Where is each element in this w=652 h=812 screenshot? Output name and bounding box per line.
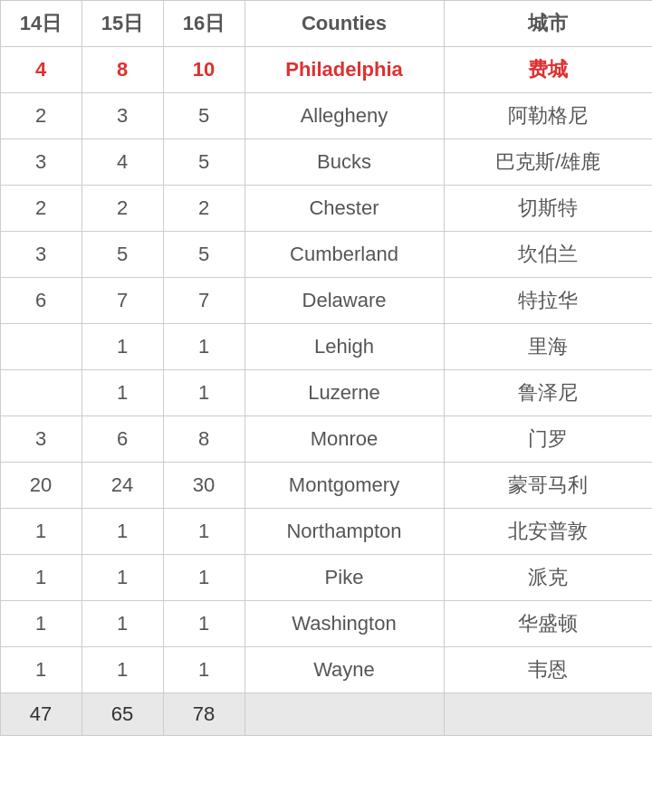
header-row: 14日 15日 16日 Counties 城市 [0, 1, 652, 47]
cell-day16: 1 [163, 509, 244, 555]
table-row: 11Luzerne鲁泽尼 [0, 370, 652, 416]
cell-county: Allegheny [244, 93, 444, 139]
table-row: 235Allegheny阿勒格尼 [0, 93, 652, 139]
cell-day15: 1 [82, 370, 163, 416]
cell-city: 华盛顿 [444, 601, 652, 647]
cell-city: 鲁泽尼 [444, 370, 652, 416]
cell-day16: 1 [163, 647, 244, 693]
cell-county: Monroe [244, 416, 444, 463]
cell-day15: 6 [82, 416, 163, 463]
cell-city: 北安普敦 [444, 509, 652, 555]
total-empty [444, 693, 652, 736]
cell-city: 巴克斯/雄鹿 [444, 139, 652, 186]
total-d15: 65 [82, 693, 163, 736]
cell-day15: 2 [82, 186, 163, 232]
cell-county: Cumberland [244, 232, 444, 278]
cell-day16: 1 [163, 370, 244, 416]
header-counties: Counties [244, 1, 444, 47]
data-table: 14日 15日 16日 Counties 城市 4810Philadelphia… [0, 0, 652, 736]
cell-day14: 6 [0, 278, 82, 324]
table-row: 4810Philadelphia费城 [0, 47, 652, 93]
cell-county: Washington [244, 601, 444, 647]
cell-day15: 1 [82, 324, 163, 370]
cell-day16: 1 [163, 324, 244, 370]
cell-county: Luzerne [244, 370, 444, 416]
cell-day16: 5 [163, 93, 244, 139]
cell-day15: 7 [82, 278, 163, 324]
cell-county: Wayne [244, 647, 444, 693]
cell-day16: 8 [163, 416, 244, 463]
table-row: 111Pike派克 [0, 555, 652, 601]
table-row: 222Chester切斯特 [0, 186, 652, 232]
cell-day15: 5 [82, 232, 163, 278]
total-d14: 47 [0, 693, 82, 736]
cell-city: 派克 [444, 555, 652, 601]
cell-county: Lehigh [244, 324, 444, 370]
table-row: 11Lehigh里海 [0, 324, 652, 370]
table-row: 345Bucks巴克斯/雄鹿 [0, 139, 652, 186]
cell-day16: 10 [163, 47, 244, 93]
cell-day16: 5 [163, 139, 244, 186]
total-empty [244, 693, 444, 736]
table-row: 111Wayne韦恩 [0, 647, 652, 693]
cell-city: 切斯特 [444, 186, 652, 232]
cell-day15: 1 [82, 509, 163, 555]
header-city: 城市 [444, 1, 652, 47]
cell-day16: 1 [163, 601, 244, 647]
cell-day14: 3 [0, 139, 82, 186]
cell-day15: 4 [82, 139, 163, 186]
cell-day15: 3 [82, 93, 163, 139]
cell-city: 特拉华 [444, 278, 652, 324]
cell-city: 坎伯兰 [444, 232, 652, 278]
cell-day16: 1 [163, 555, 244, 601]
cell-day15: 24 [82, 463, 163, 509]
cell-county: Pike [244, 555, 444, 601]
table-row: 202430Montgomery蒙哥马利 [0, 463, 652, 509]
total-d16: 78 [163, 693, 244, 736]
cell-county: Montgomery [244, 463, 444, 509]
cell-county: Chester [244, 186, 444, 232]
header-day15: 15日 [82, 1, 163, 47]
cell-day14: 3 [0, 232, 82, 278]
cell-city: 蒙哥马利 [444, 463, 652, 509]
cell-day14: 1 [0, 555, 82, 601]
cell-city: 门罗 [444, 416, 652, 463]
cell-county: Delaware [244, 278, 444, 324]
cell-day14: 2 [0, 93, 82, 139]
table-row: 111Northampton北安普敦 [0, 509, 652, 555]
cell-day15: 1 [82, 647, 163, 693]
cell-county: Northampton [244, 509, 444, 555]
cell-day15: 1 [82, 555, 163, 601]
cell-county: Philadelphia [244, 47, 444, 93]
cell-day16: 5 [163, 232, 244, 278]
cell-day16: 7 [163, 278, 244, 324]
cell-day14: 1 [0, 601, 82, 647]
cell-day14: 1 [0, 647, 82, 693]
header-day16: 16日 [163, 1, 244, 47]
table-row: 368Monroe门罗 [0, 416, 652, 463]
cell-day15: 8 [82, 47, 163, 93]
cell-city: 阿勒格尼 [444, 93, 652, 139]
totals-row: 476578 [0, 693, 652, 736]
cell-city: 里海 [444, 324, 652, 370]
cell-day14: 1 [0, 509, 82, 555]
cell-county: Bucks [244, 139, 444, 186]
table-row: 677Delaware特拉华 [0, 278, 652, 324]
table-row: 111Washington华盛顿 [0, 601, 652, 647]
cell-city: 费城 [444, 47, 652, 93]
cell-day15: 1 [82, 601, 163, 647]
table-row: 355Cumberland坎伯兰 [0, 232, 652, 278]
cell-day14: 3 [0, 416, 82, 463]
cell-day14: 4 [0, 47, 82, 93]
cell-day14 [0, 324, 82, 370]
header-day14: 14日 [0, 1, 82, 47]
cell-day14: 2 [0, 186, 82, 232]
cell-day16: 2 [163, 186, 244, 232]
cell-city: 韦恩 [444, 647, 652, 693]
cell-day16: 30 [163, 463, 244, 509]
cell-day14 [0, 370, 82, 416]
cell-day14: 20 [0, 463, 82, 509]
